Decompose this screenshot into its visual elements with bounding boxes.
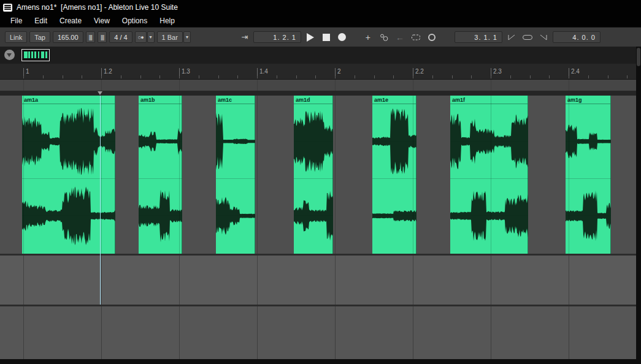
tempo-display[interactable]: 165.00 bbox=[53, 31, 83, 43]
play-button[interactable] bbox=[304, 31, 317, 44]
loop-brace-row[interactable] bbox=[0, 91, 636, 96]
ruler-label-1.2: 1.2 bbox=[101, 68, 112, 76]
clip-waveform bbox=[216, 104, 255, 253]
arrangement-position-display[interactable]: 1. 2. 1 bbox=[253, 31, 301, 43]
loop-button[interactable] bbox=[521, 31, 534, 44]
loop-start-display[interactable]: 3. 1. 1 bbox=[455, 31, 502, 43]
beat-time-ruler[interactable]: 11.21.31.422.22.32.4 bbox=[0, 64, 636, 80]
clip-title: am1d bbox=[294, 96, 332, 104]
metronome-button[interactable]: ○● bbox=[135, 31, 147, 43]
punch-in-button[interactable] bbox=[505, 31, 518, 44]
window-title: Amens no1* [Amens no1] - Ableton Live 10… bbox=[17, 3, 178, 12]
stop-icon bbox=[323, 34, 330, 41]
horizontal-scrollbar[interactable] bbox=[0, 359, 641, 364]
midi-overdub-button[interactable]: + bbox=[361, 31, 375, 44]
loop-icon bbox=[522, 34, 533, 41]
nudge-down-button[interactable]: |||| bbox=[86, 31, 95, 43]
tap-tempo-button[interactable]: Tap bbox=[29, 31, 50, 43]
menu-help[interactable]: Help bbox=[153, 15, 181, 27]
menu-options[interactable]: Options bbox=[116, 15, 153, 27]
play-icon bbox=[307, 33, 314, 42]
stop-button[interactable] bbox=[320, 31, 333, 44]
ruler-label-1.4: 1.4 bbox=[257, 68, 268, 76]
ruler-label-1: 1 bbox=[23, 68, 29, 76]
quantization-menu[interactable]: 1 Bar bbox=[157, 31, 183, 43]
reenable-automation-button[interactable]: ← bbox=[393, 31, 407, 44]
vertical-scrollbar[interactable] bbox=[636, 47, 641, 364]
empty-track-lane-2[interactable] bbox=[0, 256, 636, 305]
ruler-label-2.3: 2.3 bbox=[491, 68, 502, 76]
scrollbar-thumb[interactable] bbox=[637, 48, 640, 66]
clip-title: am1f bbox=[450, 96, 528, 104]
audio-clip-am1d[interactable]: am1d bbox=[294, 96, 333, 254]
insert-marker-triangle[interactable] bbox=[98, 91, 102, 95]
menu-create[interactable]: Create bbox=[53, 15, 88, 27]
record-button[interactable] bbox=[336, 31, 349, 44]
live-logo-icon bbox=[3, 4, 12, 12]
punch-out-button[interactable] bbox=[537, 31, 550, 44]
menu-edit[interactable]: Edit bbox=[28, 15, 53, 27]
follow-button[interactable]: ⇥ bbox=[239, 32, 251, 42]
loop-length-display[interactable]: 4. 0. 0 bbox=[553, 31, 601, 43]
arrangement-overview[interactable] bbox=[21, 49, 50, 61]
scrub-area[interactable] bbox=[0, 80, 636, 91]
ruler-label-2: 2 bbox=[335, 68, 341, 76]
audio-clip-am1f[interactable]: am1f bbox=[450, 96, 528, 254]
menu-view[interactable]: View bbox=[88, 15, 116, 27]
record-icon bbox=[338, 33, 346, 41]
metronome-dropdown-icon[interactable]: ▾ bbox=[147, 31, 155, 43]
capture-midi-icon bbox=[411, 34, 421, 41]
audio-clip-am1g[interactable]: am1g bbox=[566, 96, 611, 254]
clip-title: am1e bbox=[372, 96, 416, 104]
punch-in-icon bbox=[507, 34, 516, 41]
ableton-live-window: Amens no1* [Amens no1] - Ableton Live 10… bbox=[0, 0, 641, 364]
time-signature-display[interactable]: 4 / 4 bbox=[109, 31, 132, 43]
overview-corner-icon[interactable] bbox=[4, 50, 15, 60]
session-record-icon bbox=[428, 34, 436, 41]
quantization-dropdown-icon[interactable]: ▾ bbox=[183, 31, 191, 43]
clip-title: am1g bbox=[566, 96, 610, 104]
clip-waveform bbox=[139, 104, 182, 253]
arrangement-view: 11.21.31.422.22.32.4 am1aam1bam1cam1dam1… bbox=[0, 47, 641, 364]
insert-marker-line bbox=[100, 96, 101, 305]
audio-clip-am1c[interactable]: am1c bbox=[216, 96, 255, 254]
audio-clip-am1e[interactable]: am1e bbox=[372, 96, 416, 254]
menu-file[interactable]: File bbox=[4, 15, 28, 27]
link-button[interactable]: Link bbox=[5, 31, 27, 43]
audio-clip-am1b[interactable]: am1b bbox=[139, 96, 182, 254]
clip-title: am1c bbox=[216, 96, 255, 104]
transport-bar: Link Tap 165.00 |||| |||| 4 / 4 ○● ▾ 1 B… bbox=[0, 27, 641, 47]
clip-waveform bbox=[566, 104, 611, 253]
ruler-label-1.3: 1.3 bbox=[179, 68, 190, 76]
menu-bar: FileEditCreateViewOptionsHelp bbox=[0, 15, 641, 27]
empty-track-lane-3[interactable] bbox=[0, 306, 636, 359]
automation-arm-icon bbox=[379, 33, 389, 42]
nudge-up-button[interactable]: |||| bbox=[98, 31, 107, 43]
clip-waveform bbox=[372, 104, 416, 253]
automation-arm-button[interactable] bbox=[377, 31, 391, 44]
clip-title: am1b bbox=[139, 96, 182, 104]
ruler-label-2.4: 2.4 bbox=[569, 68, 580, 76]
clip-waveform bbox=[294, 104, 333, 253]
ruler-label-2.2: 2.2 bbox=[413, 68, 424, 76]
overview-row bbox=[0, 47, 636, 64]
audio-track-lane[interactable]: am1aam1bam1cam1dam1eam1fam1g bbox=[0, 96, 636, 254]
punch-out-icon bbox=[539, 34, 548, 41]
clip-waveform bbox=[450, 104, 528, 253]
session-record-button[interactable] bbox=[425, 31, 439, 44]
capture-midi-button[interactable] bbox=[409, 31, 423, 44]
title-bar: Amens no1* [Amens no1] - Ableton Live 10… bbox=[0, 0, 641, 15]
